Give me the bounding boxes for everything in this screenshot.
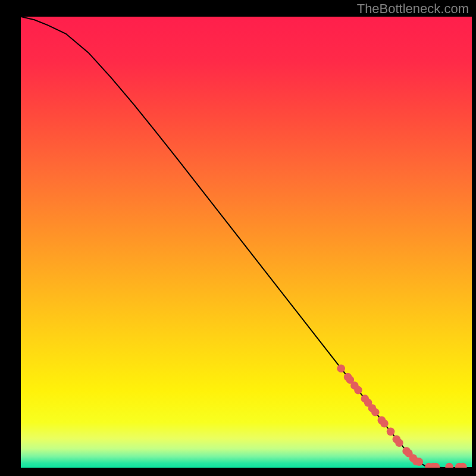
chart-frame: TheBottleneck.com <box>0 0 476 476</box>
curve-marker <box>395 439 403 447</box>
chart-svg <box>21 17 472 468</box>
gradient-background <box>21 17 472 468</box>
plot-area <box>21 17 472 468</box>
curve-marker <box>415 458 424 466</box>
curve-marker <box>387 428 395 436</box>
curve-marker <box>380 419 389 428</box>
curve-marker <box>337 364 345 372</box>
curve-marker <box>354 386 362 394</box>
curve-marker <box>371 408 380 416</box>
watermark-label: TheBottleneck.com <box>357 1 469 17</box>
